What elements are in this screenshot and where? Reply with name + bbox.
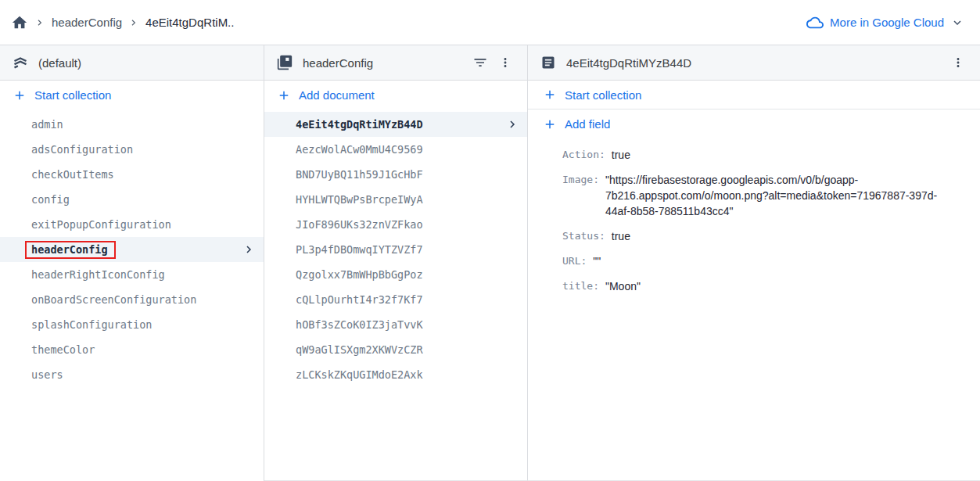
document-list-item[interactable]: hOBf3sZCoK0IZ3jaTvvK (264, 312, 527, 337)
kebab-menu-icon[interactable] (946, 50, 971, 75)
document-panel: 4eEit4tgDqRtiMYzB44D Start collection Ad… (528, 45, 980, 481)
field-name: Action (562, 147, 605, 163)
start-collection-label: Start collection (565, 88, 641, 102)
collection-list-item[interactable]: adsConfiguration (0, 137, 264, 162)
document-list-item[interactable]: AezcWolACw0MmU4C9569 (264, 137, 527, 162)
chevron-right-icon (34, 16, 46, 29)
field-row[interactable]: Image "https://firebasestorage.googleapi… (562, 172, 967, 219)
breadcrumb: headerConfig 4eEit4tgDqRtiM.. More in Go… (0, 0, 980, 45)
collection-panel-header: headerConfig (264, 45, 527, 81)
more-in-google-cloud-link[interactable]: More in Google Cloud (806, 14, 964, 31)
add-field-label: Add field (565, 117, 610, 131)
document-list-item[interactable]: qW9aGlISXgm2XKWVzCZR (264, 337, 527, 362)
document-list-item[interactable]: cQLlpOurhtI4r32f7Kf7 (264, 287, 527, 312)
breadcrumb-document[interactable]: 4eEit4tgDqRtiM.. (145, 16, 234, 29)
filter-icon[interactable] (468, 50, 493, 75)
document-list-item[interactable]: JIoF896UKs32znVZFkao (264, 212, 527, 237)
collection-list: admin adsConfiguration checkOutItems con… (0, 109, 264, 387)
field-name: Image (562, 172, 599, 188)
field-name: URL (562, 253, 587, 269)
field-value: "Moon" (605, 278, 641, 294)
field-value: "" (593, 253, 601, 269)
home-icon[interactable] (11, 14, 28, 31)
field-row[interactable]: title "Moon" (562, 278, 967, 294)
field-list: Action true Image "https://firebasestora… (528, 138, 980, 303)
database-panel-header: (default) (0, 45, 264, 81)
document-list-item-selected[interactable]: 4eEit4tgDqRtiMYzB44D (264, 112, 527, 137)
start-collection-button[interactable]: Start collection (528, 81, 980, 109)
field-value: "https://firebasestorage.googleapis.com/… (605, 172, 949, 219)
add-field-button[interactable]: Add field (528, 109, 980, 138)
field-row[interactable]: Action true (562, 147, 967, 163)
database-title: (default) (38, 56, 254, 70)
collection-title: headerConfig (303, 56, 468, 70)
collection-list-item[interactable]: users (0, 362, 264, 387)
start-collection-label: Start collection (34, 88, 111, 102)
chevron-right-icon (505, 117, 519, 131)
field-name: title (562, 278, 599, 294)
cloud-icon (806, 14, 824, 31)
plus-icon (277, 88, 291, 102)
field-value: true (612, 147, 630, 163)
chevron-down-icon (950, 16, 964, 30)
plus-icon (543, 117, 557, 131)
document-icon (540, 55, 556, 70)
add-document-button[interactable]: Add document (264, 81, 527, 109)
document-list-item[interactable]: HYHLWTQBwPsBrcpeIWyA (264, 187, 527, 212)
annotation-highlight-box: headerConfig (25, 241, 116, 259)
plus-icon (543, 88, 557, 102)
chevron-right-icon (242, 242, 256, 257)
document-list: 4eEit4tgDqRtiMYzB44D AezcWolACw0MmU4C956… (264, 109, 527, 387)
document-list-item[interactable]: zLCKskZKqUGIMdoE2Axk (264, 362, 527, 387)
start-collection-button[interactable]: Start collection (0, 81, 264, 109)
collection-list-item[interactable]: exitPopupConfiguration (0, 212, 264, 237)
document-list-item[interactable]: PL3p4fDBOmwqIYTZVZf7 (264, 237, 527, 262)
add-document-label: Add document (299, 88, 375, 102)
field-row[interactable]: URL "" (562, 253, 967, 269)
more-in-google-cloud-label: More in Google Cloud (830, 16, 944, 29)
collection-list-item[interactable]: config (0, 187, 264, 212)
field-row[interactable]: Status true (562, 228, 967, 244)
document-list-item[interactable]: BND7UyBQ11h59J1GcHbF (264, 162, 527, 187)
chevron-right-icon (127, 16, 140, 29)
field-value: true (612, 228, 630, 244)
document-panel-header: 4eEit4tgDqRtiMYzB44D (528, 45, 980, 81)
breadcrumb-collection[interactable]: headerConfig (52, 16, 122, 29)
field-name: Status (562, 228, 605, 244)
collection-panel: headerConfig Add document 4eEit4tgDqRtiM… (264, 45, 528, 481)
plus-icon (13, 88, 27, 102)
collection-list-item[interactable]: headerRightIconConfig (0, 262, 264, 287)
collection-list-item[interactable]: themeColor (0, 337, 264, 362)
collection-list-item-selected[interactable]: headerConfig (0, 237, 264, 262)
collection-list-item[interactable]: admin (0, 112, 264, 137)
document-list-item[interactable]: Qzgolxx7BmWHpBbGgPoz (264, 262, 527, 287)
firestore-database-icon (13, 55, 28, 70)
collection-icon (277, 55, 293, 70)
document-title: 4eEit4tgDqRtiMYzB44D (566, 56, 946, 70)
collection-list-item[interactable]: checkOutItems (0, 162, 264, 187)
collection-list-item[interactable]: onBoardScreenConfiguration (0, 287, 264, 312)
database-panel: (default) Start collection admin adsConf… (0, 45, 264, 481)
kebab-menu-icon[interactable] (493, 50, 518, 75)
collection-list-item[interactable]: splashConfiguration (0, 312, 264, 337)
